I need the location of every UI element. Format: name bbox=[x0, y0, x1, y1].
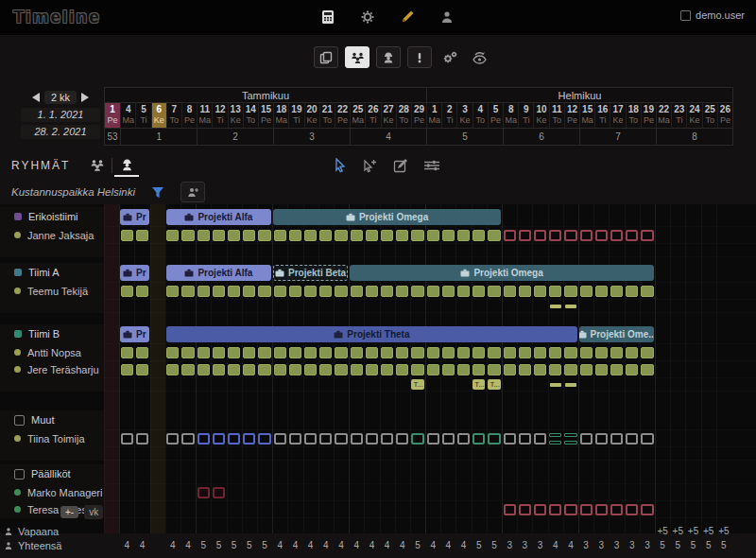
allocation-cell[interactable] bbox=[351, 433, 363, 445]
cursor-add-icon[interactable] bbox=[362, 158, 378, 173]
allocation-cell[interactable] bbox=[610, 504, 623, 515]
allocation-cell[interactable] bbox=[181, 230, 194, 241]
allocation-cell[interactable] bbox=[626, 286, 638, 297]
allocation-cell[interactable] bbox=[504, 347, 516, 358]
allocation-cell[interactable] bbox=[319, 230, 332, 241]
allocation-cell[interactable] bbox=[213, 286, 225, 297]
week-mode-button[interactable]: vk bbox=[84, 505, 103, 519]
group-checkbox[interactable] bbox=[14, 469, 25, 480]
task-strip[interactable] bbox=[550, 383, 561, 387]
allocation-cell[interactable] bbox=[442, 347, 455, 358]
allocation-cell[interactable] bbox=[472, 347, 485, 358]
allocation-cell[interactable] bbox=[166, 347, 179, 358]
allocation-cell[interactable] bbox=[519, 364, 531, 375]
task-strip[interactable] bbox=[550, 305, 561, 308]
allocation-cell[interactable] bbox=[564, 364, 576, 375]
allocation-cell[interactable] bbox=[488, 433, 500, 445]
allocation-cell[interactable] bbox=[595, 347, 608, 358]
allocation-cell[interactable] bbox=[351, 286, 363, 297]
settings-gears-icon[interactable] bbox=[438, 47, 461, 67]
allocation-cell[interactable] bbox=[289, 286, 301, 297]
allocation-cell[interactable] bbox=[549, 347, 561, 358]
group-checkbox[interactable] bbox=[14, 415, 25, 426]
allocation-cell[interactable] bbox=[549, 286, 561, 297]
task-chip[interactable]: T... bbox=[411, 379, 423, 390]
allocation-cell[interactable] bbox=[580, 286, 593, 297]
allocation-cell[interactable] bbox=[121, 364, 133, 375]
task-strip[interactable] bbox=[565, 305, 576, 308]
allocation-cell[interactable] bbox=[626, 504, 638, 515]
allocation-cell[interactable] bbox=[534, 230, 546, 241]
allocation-cell[interactable] bbox=[488, 230, 500, 241]
allocation-cell[interactable] bbox=[396, 433, 408, 445]
allocation-cell[interactable] bbox=[319, 364, 332, 375]
allocation-cell[interactable] bbox=[488, 364, 500, 375]
allocation-cell[interactable] bbox=[641, 347, 653, 358]
allocation-cell[interactable] bbox=[427, 433, 439, 445]
allocation-cell[interactable] bbox=[121, 230, 133, 241]
allocation-cell[interactable] bbox=[304, 364, 317, 375]
project-bar[interactable]: Projekti Beta bbox=[273, 265, 348, 281]
allocation-cell[interactable] bbox=[289, 364, 301, 375]
allocation-cell[interactable] bbox=[274, 364, 286, 375]
allocation-cell[interactable] bbox=[580, 230, 593, 241]
allocation-cell[interactable] bbox=[626, 433, 638, 445]
allocation-cell[interactable] bbox=[595, 230, 608, 241]
allocation-cell[interactable] bbox=[427, 230, 439, 241]
allocation-cell[interactable] bbox=[549, 230, 561, 241]
plus-minus-button[interactable]: +- bbox=[60, 506, 78, 518]
day-header-cell[interactable]: 19Ti bbox=[288, 103, 303, 128]
day-header-cell[interactable]: 26Pe bbox=[717, 103, 732, 128]
allocation-cell[interactable] bbox=[641, 504, 653, 515]
allocation-cell[interactable] bbox=[411, 286, 423, 297]
week-number-cell[interactable]: 7 bbox=[579, 129, 656, 145]
allocation-cell[interactable] bbox=[289, 347, 301, 358]
week-number-cell[interactable]: 2 bbox=[197, 129, 273, 145]
allocation-cell[interactable] bbox=[472, 286, 485, 297]
groups-view-icon[interactable] bbox=[345, 46, 369, 68]
day-header-cell[interactable]: 17Ke bbox=[610, 103, 625, 128]
allocation-cell[interactable] bbox=[181, 433, 194, 445]
day-header-cell[interactable]: 5Pe bbox=[488, 103, 503, 128]
allocation-cell[interactable] bbox=[181, 286, 194, 297]
day-header-cell[interactable]: 5Ti bbox=[135, 103, 150, 128]
allocation-cell[interactable] bbox=[136, 286, 148, 297]
allocation-cell[interactable] bbox=[319, 433, 332, 445]
day-header-cell[interactable]: 10Ke bbox=[533, 103, 548, 128]
day-header-cell[interactable]: 26Ti bbox=[365, 103, 380, 128]
day-header-cell[interactable]: 19Pe bbox=[641, 103, 656, 128]
allocation-cell[interactable] bbox=[396, 347, 408, 358]
allocation-cell[interactable] bbox=[228, 433, 240, 445]
project-bar[interactable]: Projekti Omega bbox=[273, 209, 501, 225]
allocation-cell[interactable] bbox=[213, 347, 225, 358]
allocation-cell[interactable] bbox=[457, 433, 470, 445]
project-bar[interactable]: Projekti Ome... bbox=[579, 326, 654, 342]
week-number-cell[interactable]: 5 bbox=[426, 129, 503, 145]
allocation-cell[interactable] bbox=[549, 504, 561, 515]
allocation-cell[interactable] bbox=[427, 286, 439, 297]
allocation-cell[interactable] bbox=[228, 230, 240, 241]
day-header-cell[interactable]: 11Ma bbox=[197, 103, 212, 128]
task-strip[interactable] bbox=[565, 383, 576, 387]
day-header-cell[interactable]: 12Ti bbox=[212, 103, 227, 128]
day-header-cell[interactable]: 2Ti bbox=[441, 103, 456, 128]
group-label-erikoistiimi[interactable]: Erikoistiimi bbox=[0, 207, 104, 226]
allocation-cell[interactable] bbox=[457, 286, 470, 297]
allocation-cell[interactable] bbox=[504, 230, 516, 241]
allocation-cell[interactable] bbox=[213, 364, 225, 375]
allocation-cell[interactable] bbox=[381, 364, 393, 375]
allocation-cell-split[interactable] bbox=[549, 433, 561, 445]
allocation-cell[interactable] bbox=[243, 347, 255, 358]
calculator-icon[interactable] bbox=[319, 9, 336, 26]
start-date-field[interactable]: 1. 1. 2021 bbox=[21, 108, 100, 122]
allocation-cell[interactable] bbox=[258, 364, 270, 375]
allocation-cell[interactable] bbox=[411, 347, 423, 358]
funnel-filter-icon[interactable] bbox=[146, 183, 169, 201]
allocation-cell[interactable] bbox=[610, 230, 623, 241]
allocation-cell[interactable] bbox=[166, 364, 179, 375]
allocation-cell[interactable] bbox=[457, 347, 470, 358]
group-label-tiimi a[interactable]: Tiimi A bbox=[0, 263, 104, 282]
allocation-cell[interactable] bbox=[457, 364, 470, 375]
allocation-cell[interactable] bbox=[335, 433, 347, 445]
allocation-cell[interactable] bbox=[243, 433, 255, 445]
